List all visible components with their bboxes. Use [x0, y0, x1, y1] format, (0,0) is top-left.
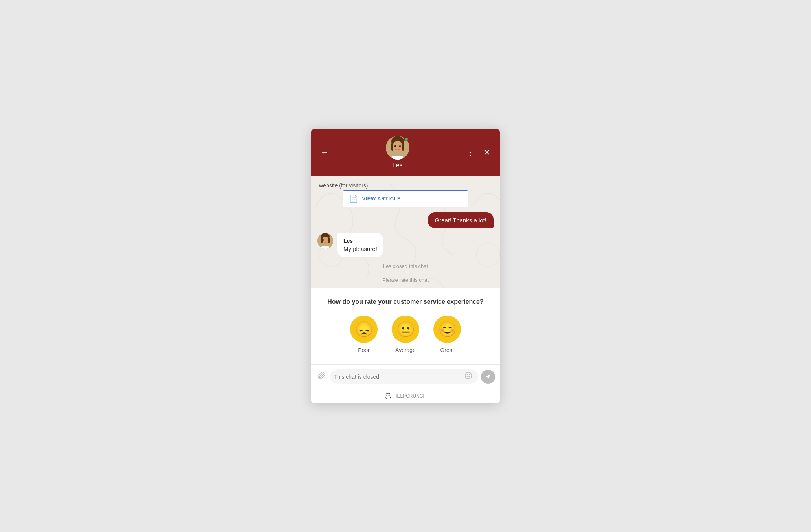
svg-point-10	[322, 237, 329, 244]
chat-body: website (for visitors) 📄 VIEW ARTICLE Gr…	[311, 176, 500, 364]
average-emoji: 😐	[392, 316, 419, 343]
svg-point-6	[399, 145, 401, 147]
header-center: Les	[330, 136, 465, 169]
agent-name: Les	[393, 162, 403, 169]
online-indicator	[404, 137, 409, 141]
chat-input[interactable]	[334, 371, 463, 383]
svg-rect-12	[328, 238, 330, 243]
back-button[interactable]: ←	[319, 146, 330, 158]
rating-question: How do you rate your customer service ex…	[327, 297, 483, 306]
rating-section: How do you rate your customer service ex…	[311, 288, 500, 364]
chat-input-area	[311, 364, 500, 389]
send-button[interactable]	[481, 370, 495, 384]
system-message-closed: Les closed this chat	[317, 262, 494, 271]
article-snippet: website (for visitors)	[317, 182, 494, 189]
emoji-button[interactable]	[463, 370, 474, 383]
attach-button[interactable]	[316, 370, 327, 383]
close-button[interactable]: ✕	[482, 146, 492, 159]
input-wrapper	[330, 369, 478, 384]
svg-point-2	[393, 141, 403, 153]
svg-point-16	[465, 372, 472, 379]
svg-rect-3	[391, 143, 393, 151]
sender-name: Les	[343, 238, 377, 244]
rating-great[interactable]: 😊 Great	[433, 316, 461, 353]
avatar-wrapper	[386, 136, 409, 160]
system-message-rate: Please rate this chat	[317, 275, 494, 284]
system-closed-text: Les closed this chat	[383, 263, 428, 269]
poor-emoji: 😞	[350, 316, 378, 343]
outgoing-bubble: Great! Thanks a lot!	[428, 212, 494, 228]
chat-messages: website (for visitors) 📄 VIEW ARTICLE Gr…	[311, 176, 500, 288]
svg-rect-15	[321, 246, 329, 249]
svg-point-13	[323, 239, 325, 240]
helpcrunch-icon: 💬	[385, 393, 391, 399]
article-card: website (for visitors) 📄 VIEW ARTICLE	[317, 182, 494, 207]
agent-avatar-small	[317, 233, 333, 249]
svg-rect-4	[402, 143, 404, 151]
view-article-label: VIEW ARTICLE	[362, 196, 401, 202]
great-label: Great	[440, 347, 454, 353]
document-icon: 📄	[349, 194, 358, 203]
chat-header: ←	[311, 129, 500, 176]
rating-poor[interactable]: 😞 Poor	[350, 316, 378, 353]
average-label: Average	[395, 347, 416, 353]
svg-point-14	[327, 239, 328, 240]
svg-rect-11	[321, 238, 323, 243]
rating-average[interactable]: 😐 Average	[392, 316, 419, 353]
header-left: ←	[319, 146, 330, 158]
system-rate-text: Please rate this chat	[382, 277, 429, 283]
svg-rect-7	[392, 156, 403, 160]
message-text: My pleasure!	[343, 246, 377, 252]
more-options-button[interactable]: ⋮	[465, 146, 476, 159]
poor-label: Poor	[358, 347, 370, 353]
outgoing-message: Great! Thanks a lot!	[317, 212, 494, 228]
chat-widget: ←	[311, 129, 500, 403]
svg-point-5	[394, 145, 396, 147]
view-article-button[interactable]: 📄 VIEW ARTICLE	[343, 190, 468, 207]
great-emoji: 😊	[433, 316, 461, 343]
brand-label: HELPCRUNCH	[394, 393, 426, 399]
rating-options: 😞 Poor 😐 Average 😊 Great	[350, 316, 461, 353]
incoming-message: Les My pleasure!	[317, 233, 494, 257]
incoming-bubble: Les My pleasure!	[337, 233, 383, 257]
chat-footer: 💬 HELPCRUNCH	[311, 389, 500, 403]
header-right: ⋮ ✕	[465, 146, 492, 159]
